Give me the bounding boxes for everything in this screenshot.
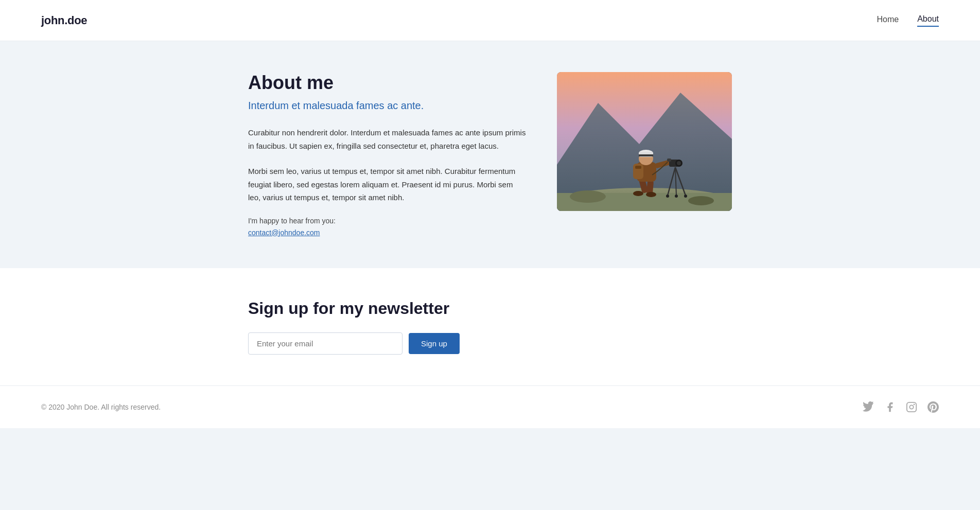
svg-point-17	[677, 161, 681, 165]
newsletter-inner: Sign up for my newsletter Sign up	[238, 299, 742, 355]
svg-point-29	[909, 405, 913, 409]
about-subtitle: Interdum et malesuada fames ac ante.	[248, 100, 526, 112]
site-logo[interactable]: john.doe	[41, 14, 87, 27]
main-nav: Home About	[877, 14, 939, 27]
svg-point-5	[688, 196, 714, 205]
about-para-1: Curabitur non hendrerit dolor. Interdum …	[248, 126, 526, 152]
contact-label: I'm happy to hear from you:	[248, 217, 526, 225]
svg-rect-21	[639, 154, 653, 156]
nav-home[interactable]: Home	[877, 15, 899, 26]
svg-point-4	[570, 190, 606, 203]
newsletter-section: Sign up for my newsletter Sign up	[0, 268, 980, 385]
site-footer: © 2020 John Doe. All rights reserved.	[0, 385, 980, 428]
about-section: About me Interdum et malesuada fames ac …	[238, 72, 742, 268]
contact-email[interactable]: contact@johndoe.com	[248, 228, 320, 237]
email-input[interactable]	[248, 332, 402, 355]
about-image-wrapper	[557, 72, 732, 211]
svg-point-27	[675, 195, 678, 198]
about-image	[557, 72, 732, 211]
site-header: john.doe Home About	[0, 0, 980, 41]
pinterest-icon[interactable]	[927, 401, 939, 413]
svg-point-25	[666, 195, 669, 198]
svg-rect-28	[907, 402, 916, 411]
photographer-illustration	[557, 72, 732, 211]
newsletter-title: Sign up for my newsletter	[248, 299, 732, 318]
svg-point-8	[633, 191, 643, 196]
facebook-icon[interactable]	[884, 401, 896, 413]
svg-point-30	[914, 403, 915, 405]
footer-copyright: © 2020 John Doe. All rights reserved.	[41, 403, 161, 411]
svg-rect-12	[635, 166, 641, 169]
nav-about[interactable]: About	[917, 14, 939, 27]
twitter-icon[interactable]	[863, 401, 874, 413]
signup-button[interactable]: Sign up	[409, 333, 460, 354]
main-content: About me Interdum et malesuada fames ac …	[0, 41, 980, 385]
about-text: About me Interdum et malesuada fames ac …	[248, 72, 526, 237]
about-para-2: Morbi sem leo, varius ut tempus et, temp…	[248, 165, 526, 204]
instagram-icon[interactable]	[906, 401, 917, 413]
newsletter-form: Sign up	[248, 332, 732, 355]
svg-point-9	[646, 192, 656, 197]
svg-rect-15	[667, 159, 671, 162]
about-title: About me	[248, 72, 526, 94]
svg-point-26	[684, 195, 687, 198]
social-icons	[863, 401, 939, 413]
